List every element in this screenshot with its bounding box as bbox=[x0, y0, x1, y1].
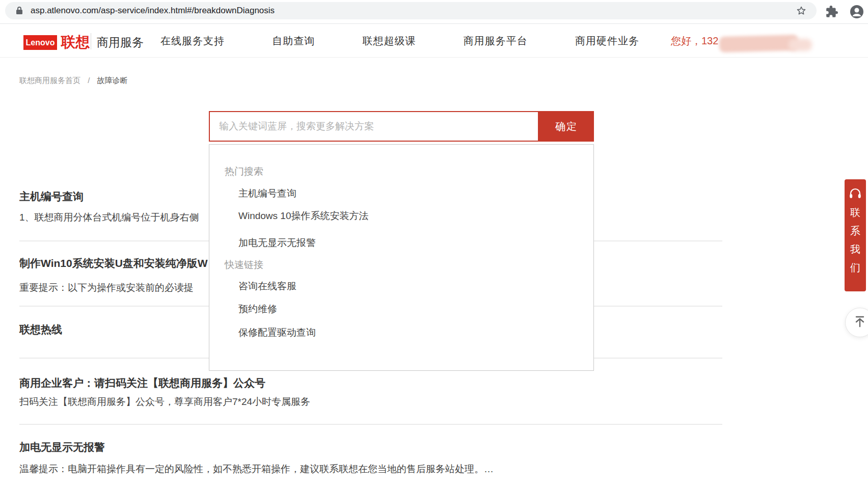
lenovo-logo[interactable]: Lenovo bbox=[23, 35, 57, 50]
url-text[interactable]: asp.atlenovo.com/asp-service/index.html#… bbox=[31, 2, 275, 19]
nav-item-super-class[interactable]: 联想超级课 bbox=[363, 34, 416, 48]
hot-search-header: 热门搜索 bbox=[225, 165, 263, 178]
breadcrumb-current: 故障诊断 bbox=[97, 76, 128, 85]
contact-us-char: 系 bbox=[850, 223, 860, 238]
lenovo-logo-text: Lenovo bbox=[26, 38, 55, 47]
search-input[interactable] bbox=[209, 111, 539, 142]
section-title-win10-usb: 制作Win10系统安装U盘和安装纯净版W bbox=[19, 256, 210, 270]
quicklink-book-repair[interactable]: 预约维修 bbox=[238, 303, 277, 316]
main-nav: 在线服务支持 自助查询 联想超级课 商用服务平台 商用硬件业务 bbox=[160, 24, 639, 58]
section-body-win10-usb: 重要提示：以下为操作或安装前的必读提 bbox=[19, 281, 210, 294]
section-body-wechat-follow: 扫码关注【联想商用服务】公众号，尊享商用客户7*24小时专属服务 bbox=[19, 395, 310, 409]
section-body-no-display: 温馨提示：电脑开箱操作具有一定的风险性，如不熟悉开箱操作，建议联系联想在您当地的… bbox=[19, 463, 494, 476]
extensions-puzzle-icon[interactable] bbox=[825, 5, 838, 20]
quicklink-warranty-query[interactable]: 保修配置驱动查询 bbox=[238, 326, 316, 339]
user-greeting[interactable]: 您好，132 bbox=[671, 34, 718, 48]
search-suggestions-panel: 热门搜索 主机编号查询 Windows 10操作系统安装方法 加电无显示无报警 … bbox=[209, 144, 594, 371]
contact-us-button[interactable]: 联 系 我 们 bbox=[845, 179, 866, 291]
suggestion-win10-install[interactable]: Windows 10操作系统安装方法 bbox=[238, 209, 369, 223]
profile-icon[interactable] bbox=[849, 4, 864, 21]
section-body-host-number: 1、联想商用分体台式机编号位于机身右侧 bbox=[19, 211, 210, 224]
quicklink-online-service[interactable]: 咨询在线客服 bbox=[238, 280, 296, 293]
quick-links-header: 快速链接 bbox=[225, 258, 263, 272]
contact-us-char: 联 bbox=[850, 205, 860, 220]
section-divider bbox=[19, 424, 722, 425]
browser-toolbar: asp.atlenovo.com/asp-service/index.html#… bbox=[0, 0, 868, 24]
suggestion-no-display-alarm[interactable]: 加电无显示无报警 bbox=[238, 236, 316, 250]
nav-item-online-support[interactable]: 在线服务支持 bbox=[160, 34, 225, 48]
nav-item-self-query[interactable]: 自助查询 bbox=[272, 34, 315, 48]
suggestion-host-number-query[interactable]: 主机编号查询 bbox=[238, 187, 296, 200]
section-title-no-display: 加电无显示无报警 bbox=[19, 440, 105, 454]
back-to-top-button[interactable] bbox=[845, 308, 868, 337]
arrow-up-to-bar-icon bbox=[853, 314, 867, 331]
lock-icon[interactable] bbox=[15, 6, 23, 17]
bookmark-star-icon[interactable] bbox=[795, 5, 807, 19]
search-confirm-button[interactable]: 确定 bbox=[539, 111, 594, 142]
phone-number-redaction-tail bbox=[789, 39, 812, 51]
contact-us-char: 我 bbox=[850, 241, 860, 257]
site-name: 商用服务 bbox=[97, 35, 144, 50]
phone-number-redaction bbox=[719, 35, 799, 52]
nav-item-service-platform[interactable]: 商用服务平台 bbox=[464, 34, 528, 48]
lenovo-logo-cn: 联想 bbox=[61, 33, 90, 52]
contact-us-char: 们 bbox=[850, 260, 860, 275]
section-title-host-number: 主机编号查询 bbox=[19, 189, 84, 204]
section-title-wechat-follow: 商用企业客户：请扫码关注【联想商用服务】公众号 bbox=[19, 376, 265, 390]
breadcrumb-separator: / bbox=[88, 76, 90, 85]
breadcrumb: 联想商用服务首页 / 故障诊断 bbox=[19, 76, 128, 86]
breadcrumb-home-link[interactable]: 联想商用服务首页 bbox=[19, 76, 80, 85]
nav-item-hardware-business[interactable]: 商用硬件业务 bbox=[575, 34, 639, 48]
logo-divider bbox=[91, 33, 91, 49]
headset-icon bbox=[849, 187, 862, 202]
address-bar[interactable]: asp.atlenovo.com/asp-service/index.html#… bbox=[5, 2, 817, 19]
section-title-hotline: 联想热线 bbox=[19, 322, 62, 337]
